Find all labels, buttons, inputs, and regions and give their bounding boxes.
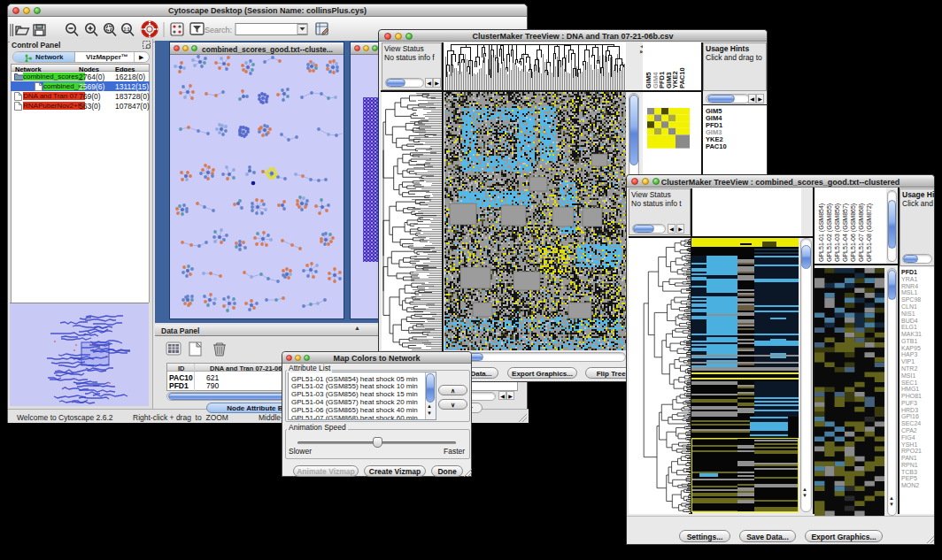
svg-text:GPL51-04 (GSM857): GPL51-04 (GSM857) xyxy=(842,203,849,262)
svg-text:GPL51-07 (GSM868): GPL51-07 (GSM868) xyxy=(858,203,865,262)
svg-text:PAC10: PAC10 xyxy=(678,67,686,88)
svg-text:GPL51-08 (GSM872): GPL51-08 (GSM872) xyxy=(866,203,873,262)
svg-text:GPL51-02 (GSM855): GPL51-02 (GSM855) xyxy=(826,203,833,262)
svg-text:Search:: Search: xyxy=(205,26,232,35)
svg-text:GPL51-01 (GSM854): GPL51-01 (GSM854) xyxy=(818,203,825,262)
svg-text:1:1: 1:1 xyxy=(123,27,129,32)
svg-text:GPL51-03 (GSM856): GPL51-03 (GSM856) xyxy=(834,203,841,262)
svg-text:GPL51-06 (GSM865): GPL51-06 (GSM865) xyxy=(850,203,857,262)
